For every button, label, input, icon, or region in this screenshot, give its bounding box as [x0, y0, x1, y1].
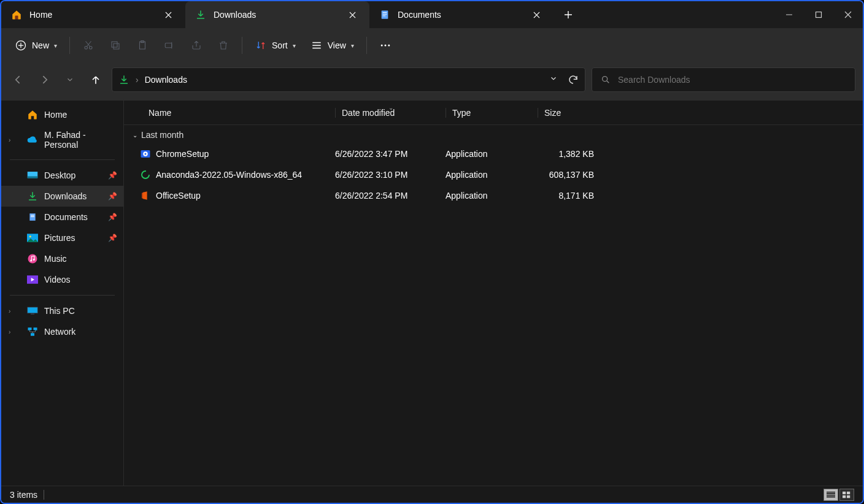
group-header[interactable]: ⌄ Last month — [124, 125, 863, 143]
sidebar-item-desktop[interactable]: Desktop 📌 — [1, 165, 123, 186]
thumbnails-view-button[interactable] — [839, 489, 854, 501]
tab-label: Downloads — [214, 10, 338, 20]
sidebar-item-label: Pictures — [44, 233, 75, 243]
close-icon[interactable] — [529, 7, 544, 22]
sidebar-item-music[interactable]: Music — [1, 248, 123, 269]
refresh-icon[interactable] — [568, 74, 579, 85]
file-type: Application — [446, 149, 538, 159]
svg-point-7 — [85, 47, 88, 50]
back-button[interactable] — [9, 70, 28, 90]
svg-rect-29 — [28, 307, 38, 313]
rename-button[interactable] — [157, 34, 182, 56]
forward-button[interactable] — [34, 70, 54, 90]
sidebar-item-videos[interactable]: Videos — [1, 269, 123, 290]
body: Home › M. Fahad - Personal Desktop 📌 Dow… — [1, 101, 863, 486]
pin-icon: 📌 — [108, 234, 117, 242]
delete-button[interactable] — [211, 34, 236, 56]
svg-rect-40 — [843, 495, 846, 497]
maximize-button[interactable] — [804, 1, 833, 28]
file-size: 8,171 KB — [538, 191, 599, 200]
tab-home[interactable]: Home — [1, 1, 185, 28]
share-button[interactable] — [184, 34, 209, 56]
chevron-right-icon[interactable]: › — [9, 137, 10, 143]
minimize-button[interactable] — [774, 1, 804, 28]
svg-rect-41 — [847, 495, 850, 497]
chevron-right-icon[interactable]: › — [9, 329, 10, 335]
tab-documents[interactable]: Documents — [369, 1, 554, 28]
office-icon — [139, 190, 152, 201]
svg-rect-10 — [114, 44, 119, 49]
details-view-button[interactable] — [824, 489, 838, 501]
sidebar-item-network[interactable]: › Network — [1, 321, 123, 342]
paste-button[interactable] — [130, 34, 155, 56]
close-icon[interactable] — [345, 7, 360, 22]
cut-button[interactable] — [76, 34, 101, 56]
new-tab-button[interactable] — [554, 1, 583, 28]
column-name[interactable]: Name — [145, 108, 335, 118]
svg-rect-31 — [28, 327, 32, 330]
sidebar-item-thispc[interactable]: › This PC — [1, 300, 123, 321]
svg-rect-3 — [383, 14, 387, 15]
statusbar: 3 items — [1, 486, 863, 503]
file-type: Application — [446, 170, 538, 180]
sidebar-item-home[interactable]: Home — [1, 104, 123, 125]
sort-button[interactable]: Sort ▾ — [249, 34, 302, 56]
file-name: Anaconda3-2022.05-Windows-x86_64 — [152, 170, 335, 180]
pc-icon — [27, 305, 38, 316]
sidebar-item-downloads[interactable]: Downloads 📌 — [1, 186, 123, 207]
copy-button[interactable] — [103, 34, 128, 56]
chevron-right-icon[interactable]: › — [9, 308, 10, 315]
sidebar-item-label: Downloads — [44, 191, 87, 201]
sidebar-item-documents[interactable]: Documents 📌 — [1, 207, 123, 227]
search-bar[interactable] — [592, 67, 855, 92]
svg-rect-9 — [112, 42, 117, 47]
file-row[interactable]: Anaconda3-2022.05-Windows-x86_64 6/26/20… — [124, 164, 863, 185]
view-icon — [310, 39, 323, 52]
svg-point-37 — [142, 171, 149, 178]
address-bar[interactable]: › Downloads — [112, 67, 585, 92]
status-item-count: 3 items — [10, 490, 37, 500]
svg-rect-39 — [847, 491, 850, 494]
tab-label: Documents — [398, 10, 522, 20]
chevron-down-icon[interactable] — [549, 74, 558, 85]
ellipsis-icon — [379, 39, 392, 52]
more-button[interactable] — [373, 34, 398, 56]
download-icon — [118, 74, 129, 85]
svg-rect-33 — [31, 333, 34, 336]
pictures-icon — [27, 232, 38, 243]
sort-label: Sort — [272, 40, 288, 50]
plus-circle-icon — [15, 39, 27, 52]
view-button[interactable]: View ▾ — [304, 34, 360, 56]
close-icon[interactable] — [161, 7, 176, 22]
sidebar-item-pictures[interactable]: Pictures 📌 — [1, 227, 123, 248]
address-row: › Downloads — [1, 63, 863, 101]
file-row[interactable]: ChromeSetup 6/26/2022 3:47 PM Applicatio… — [124, 143, 863, 164]
chevron-down-icon: ⌄ — [133, 132, 137, 139]
new-button[interactable]: New ▾ — [9, 34, 63, 56]
sidebar-item-label: Network — [44, 327, 75, 337]
music-icon — [27, 253, 38, 264]
file-row[interactable]: OfficeSetup 6/26/2022 2:54 PM Applicatio… — [124, 185, 863, 206]
up-button[interactable] — [86, 70, 106, 90]
cloud-icon — [27, 134, 38, 145]
close-button[interactable] — [833, 1, 863, 28]
address-location: Downloads — [145, 75, 187, 85]
recent-button[interactable] — [60, 70, 80, 90]
sidebar-item-onedrive[interactable]: › M. Fahad - Personal — [1, 125, 123, 155]
column-size[interactable]: Size — [538, 108, 599, 118]
videos-icon — [27, 274, 38, 285]
search-input[interactable] — [618, 75, 846, 85]
svg-rect-21 — [31, 215, 34, 216]
search-icon — [601, 75, 611, 85]
svg-point-36 — [145, 153, 147, 155]
svg-rect-2 — [383, 12, 387, 13]
column-type[interactable]: Type — [446, 108, 538, 118]
sort-icon — [255, 39, 267, 52]
sidebar-item-label: Home — [44, 110, 67, 120]
tab-downloads[interactable]: Downloads — [185, 1, 369, 28]
share-icon — [190, 39, 202, 52]
group-label: Last month — [141, 130, 183, 140]
home-icon — [27, 109, 38, 120]
column-date[interactable]: ⌄Date modified — [335, 108, 446, 118]
separator — [242, 37, 242, 54]
